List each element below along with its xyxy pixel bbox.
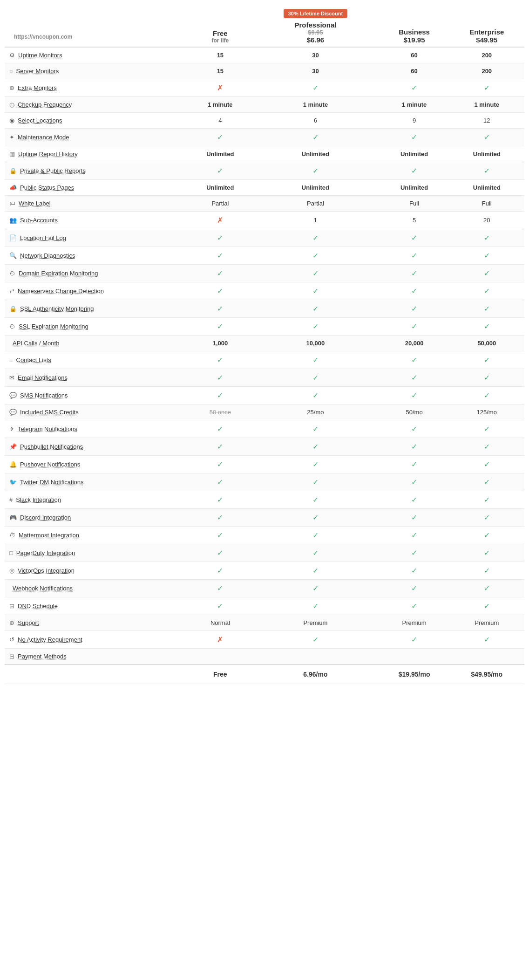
plan-business-header: Business $19.95: [380, 5, 449, 47]
feature-name[interactable]: VictorOps Integration: [18, 567, 75, 574]
plan-free-header: Free for life: [189, 5, 252, 47]
feature-value-col1: ✓: [251, 318, 379, 336]
feature-value-col2: ✓: [380, 282, 449, 300]
feature-icon: ≡: [9, 68, 13, 75]
feature-value-col3: ✓: [449, 438, 524, 456]
feature-name[interactable]: Checkup Frequency: [18, 101, 72, 108]
feature-value: Unlimited: [400, 151, 428, 158]
check-icon: ✓: [217, 305, 223, 313]
feature-value-col1: ✓: [251, 456, 379, 473]
check-icon: ✓: [484, 514, 490, 521]
feature-name[interactable]: Email Notifications: [18, 374, 68, 381]
feature-value: 1: [314, 217, 317, 224]
feature-label-cell: 🔔Pushover Notifications: [5, 456, 189, 473]
feature-name[interactable]: Uptime Report History: [18, 151, 78, 158]
feature-name[interactable]: Telegram Notifications: [18, 425, 77, 432]
feature-value: Partial: [307, 200, 324, 207]
feature-value-col1: ✓: [251, 265, 379, 282]
check-icon: ✓: [484, 549, 490, 557]
feature-label: 💬Included SMS Credits: [9, 409, 185, 416]
check-icon: ✓: [312, 305, 319, 313]
check-icon: ✓: [411, 531, 417, 539]
check-icon: ✓: [411, 269, 417, 277]
pro-price: $6.96: [255, 36, 375, 44]
check-icon: ✓: [484, 356, 490, 364]
feature-name[interactable]: Mattermost Integration: [19, 532, 79, 539]
feature-name[interactable]: Pushover Notifications: [20, 461, 80, 468]
feature-name[interactable]: SMS Notifications: [20, 392, 68, 399]
free-plan-name: Free: [193, 29, 248, 37]
feature-name[interactable]: Public Status Pages: [20, 184, 74, 191]
feature-value-col0: ✓: [189, 527, 252, 544]
enterprise-plan-name: Enterprise: [453, 28, 521, 36]
feature-value-col1: ✓: [251, 438, 379, 456]
feature-name[interactable]: DND Schedule: [18, 603, 58, 610]
check-icon: ✓: [484, 567, 490, 575]
feature-name[interactable]: Support: [18, 619, 39, 626]
feature-name[interactable]: Twitter DM Notifications: [20, 479, 84, 486]
feature-name[interactable]: PagerDuty Integration: [16, 549, 75, 556]
business-price: $19.95: [383, 36, 446, 44]
feature-icon: 👥: [9, 217, 17, 224]
feature-name[interactable]: Private & Public Reports: [20, 167, 86, 174]
feature-value-col0: ✓: [189, 282, 252, 300]
feature-icon: ⊟: [9, 603, 14, 610]
feature-value-col2: Premium: [380, 615, 449, 631]
feature-value-col0: Normal: [189, 615, 252, 631]
feature-name[interactable]: Nameservers Change Detection: [18, 288, 104, 295]
feature-name[interactable]: No Activity Requirement: [18, 636, 82, 643]
feature-icon: 🔍: [9, 252, 17, 259]
feature-name[interactable]: Payment Methods: [18, 653, 67, 660]
feature-icon: ✦: [9, 134, 14, 141]
feature-name[interactable]: Discord Integration: [20, 514, 71, 521]
feature-name[interactable]: Server Monitors: [16, 68, 59, 75]
feature-name[interactable]: White Label: [19, 200, 51, 207]
feature-icon: 💬: [9, 409, 17, 416]
feature-icon: ⊟: [9, 653, 14, 660]
bottom-price-empty: [5, 665, 189, 684]
feature-name[interactable]: SSL Authenticity Monitoring: [20, 305, 94, 312]
feature-name[interactable]: Select Locations: [18, 117, 62, 124]
feature-name[interactable]: Included SMS Credits: [20, 409, 79, 416]
check-icon: ✓: [484, 584, 490, 592]
feature-value-col3: ✓: [449, 387, 524, 404]
check-icon: ✓: [217, 252, 223, 260]
feature-row: ⏲SSL Expiration Monitoring✓✓✓✓: [5, 318, 524, 336]
feature-label-cell: ✦Maintenance Mode: [5, 129, 189, 146]
check-icon: ✓: [312, 584, 319, 592]
feature-row: 💬Included SMS Credits50 once25/mo50/mo12…: [5, 404, 524, 420]
feature-name[interactable]: API Calls / Month: [13, 340, 59, 347]
feature-name[interactable]: Uptime Monitors: [18, 52, 62, 59]
check-icon: ✓: [484, 460, 490, 468]
feature-name[interactable]: Pushbullet Notifications: [20, 443, 83, 450]
feature-name[interactable]: Sub-Accounts: [20, 217, 58, 224]
check-icon: ✓: [411, 234, 417, 242]
feature-name[interactable]: Maintenance Mode: [18, 134, 69, 141]
feature-name[interactable]: Domain Expiration Monitoring: [19, 270, 98, 277]
feature-value-col1: ✓: [251, 387, 379, 404]
feature-name[interactable]: Slack Integration: [16, 496, 61, 503]
feature-row: ↺No Activity Requirement✗✓✓✓: [5, 631, 524, 649]
feature-row: ⊟DND Schedule✓✓✓✓: [5, 597, 524, 615]
check-icon: ✓: [217, 356, 223, 364]
feature-value-col2: Unlimited: [380, 146, 449, 162]
feature-value-col0: ✓: [189, 491, 252, 509]
feature-name[interactable]: Webhook Notifications: [13, 585, 73, 592]
site-url: https://vncoupon.com: [9, 33, 185, 44]
feature-value-col3: ✓: [449, 544, 524, 562]
feature-name[interactable]: Extra Monitors: [18, 84, 57, 91]
feature-icon: 🎮: [9, 514, 17, 521]
check-icon: ✓: [217, 478, 223, 486]
check-icon: ✓: [312, 287, 319, 295]
feature-name[interactable]: Contact Lists: [16, 356, 51, 363]
feature-row: 🔔Pushover Notifications✓✓✓✓: [5, 456, 524, 473]
feature-value-col1: ✓: [251, 162, 379, 180]
feature-name[interactable]: Network Diagnostics: [20, 252, 75, 259]
check-icon: ✓: [411, 252, 417, 260]
check-icon: ✓: [411, 84, 417, 92]
feature-name[interactable]: Location Fail Log: [20, 234, 66, 241]
feature-value-col3: 200: [449, 47, 524, 63]
bottom-price-col0: Free: [189, 665, 252, 684]
feature-name[interactable]: SSL Expiration Monitoring: [19, 323, 88, 330]
feature-value: Unlimited: [206, 151, 234, 158]
